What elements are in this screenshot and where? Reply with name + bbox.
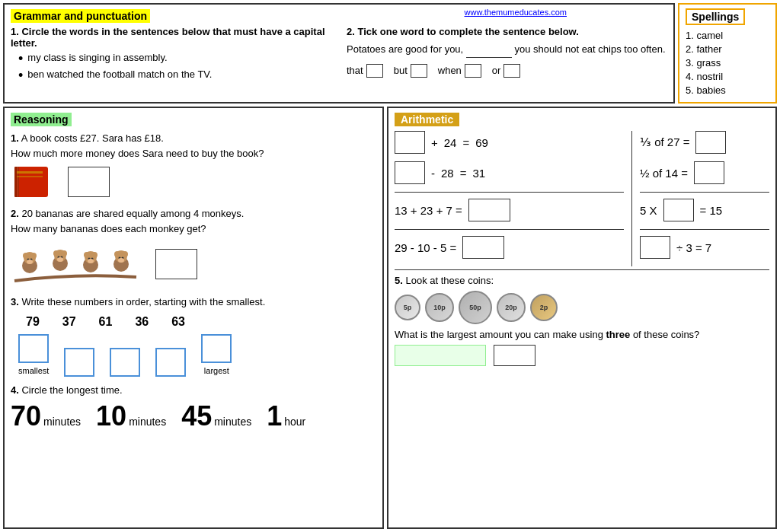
arith-input-bot-left[interactable] bbox=[462, 236, 504, 259]
svg-point-11 bbox=[27, 260, 33, 264]
order-input-1[interactable] bbox=[18, 334, 49, 363]
svg-point-29 bbox=[122, 251, 128, 257]
time-45: 45 minutes bbox=[181, 403, 251, 430]
tick-options: that but when or bbox=[347, 64, 667, 78]
tick-box-when[interactable] bbox=[465, 64, 481, 78]
q2-answer-box[interactable] bbox=[155, 249, 197, 279]
arith-input-mid-left[interactable] bbox=[468, 199, 510, 221]
q1-img-row bbox=[11, 164, 376, 200]
tick-box-that[interactable] bbox=[366, 64, 383, 78]
order-box-4 bbox=[155, 348, 186, 377]
reasoning-q2: 2. 20 bananas are shared equally among 4… bbox=[11, 206, 376, 288]
order-box-1: smallest bbox=[18, 334, 49, 377]
tick-box-or[interactable] bbox=[503, 64, 520, 78]
grammar-box: Grammar and punctuation www.themumeducat… bbox=[3, 3, 675, 104]
coin-20p: 20p bbox=[497, 293, 526, 322]
q5-title-row: 5. Look at these coins: bbox=[395, 275, 769, 286]
order-box-3 bbox=[110, 348, 140, 377]
arith-row-2: - 28 = 31 bbox=[395, 161, 624, 184]
book-icon bbox=[11, 164, 53, 200]
arith-input-mid-right[interactable] bbox=[663, 199, 694, 221]
spellings-box: Spellings 1. camel 2. father 3. grass 4.… bbox=[678, 3, 777, 104]
arith-row-mid-right: 5 X = 15 bbox=[640, 199, 769, 221]
svg-rect-4 bbox=[17, 176, 43, 177]
list-item: 2. father bbox=[686, 43, 769, 55]
arith-input-1[interactable] bbox=[395, 131, 425, 154]
q1-answer-box[interactable] bbox=[68, 167, 110, 197]
coin-2p: 2p bbox=[530, 294, 558, 321]
monkeys-icon bbox=[11, 239, 140, 288]
blank-line bbox=[466, 57, 512, 58]
list-item: 4. nostril bbox=[686, 71, 769, 82]
tick-option-that: that bbox=[347, 64, 383, 78]
page-wrapper: Grammar and punctuation www.themumeducat… bbox=[0, 0, 780, 532]
bullet-dot-1: • bbox=[18, 52, 23, 65]
arith-input-frac1[interactable] bbox=[695, 131, 726, 154]
reasoning-q1: 1. A book costs £27. Sara has £18. How m… bbox=[11, 131, 376, 200]
q2-title: 2. Tick one word to complete the sentenc… bbox=[347, 26, 667, 37]
svg-point-15 bbox=[61, 250, 67, 256]
q3-numbers: 79 37 61 36 63 bbox=[26, 313, 376, 331]
grammar-left: 1. Circle the words in the sentences bel… bbox=[11, 26, 339, 85]
website-link[interactable]: www.themumeducates.com bbox=[465, 8, 567, 17]
arith-row-frac1: ⅓ of 27 = bbox=[640, 131, 769, 154]
list-item: 3. grass bbox=[686, 57, 769, 68]
bullet-2: • ben watched the football match on the … bbox=[18, 68, 331, 82]
arith-row-mid-left: 13 + 23 + 7 = bbox=[395, 199, 624, 221]
arith-input-2[interactable] bbox=[395, 161, 425, 184]
arith-input-bot-right[interactable] bbox=[640, 236, 670, 259]
fill-sentence: Potatoes are good for you, you should no… bbox=[347, 42, 667, 58]
bullet-1: • my class is singing in assembly. bbox=[18, 52, 331, 65]
coins-row: 5p 10p 50p 20p 2p bbox=[395, 291, 769, 324]
grammar-right: 2. Tick one word to complete the sentenc… bbox=[347, 26, 667, 85]
arith-top: + 24 = 69 - 28 = 31 bbox=[395, 131, 769, 266]
time-10: 10 minutes bbox=[96, 403, 166, 430]
svg-point-21 bbox=[84, 252, 90, 258]
q5-question: What is the largest amount you can make … bbox=[395, 329, 769, 340]
time-row: 70 minutes 10 minutes 45 minutes 1 hour bbox=[11, 403, 376, 430]
coins-answer-small-input[interactable] bbox=[494, 345, 535, 366]
reasoning-title: Reasoning bbox=[11, 113, 72, 126]
coins-answer-large-input[interactable] bbox=[395, 345, 486, 366]
arith-row-1: + 24 = 69 bbox=[395, 131, 624, 154]
coins-section: 5. Look at these coins: 5p 10p 50p bbox=[395, 269, 769, 366]
order-box-5: largest bbox=[201, 334, 232, 377]
spellings-title: Spellings bbox=[686, 8, 745, 25]
arithmetic-box: Arithmetic + 24 = 69 - bbox=[387, 107, 777, 529]
order-input-2[interactable] bbox=[64, 348, 94, 377]
spellings-title-wrapper: Spellings bbox=[686, 8, 769, 30]
coins-answer-row bbox=[395, 345, 769, 366]
svg-point-7 bbox=[23, 253, 29, 259]
grammar-inner: 1. Circle the words in the sentences bel… bbox=[11, 26, 667, 85]
coin-50p: 50p bbox=[459, 291, 492, 324]
order-box-2 bbox=[64, 348, 94, 377]
order-input-4[interactable] bbox=[155, 348, 186, 377]
bullet-dot-2: • bbox=[18, 68, 23, 82]
reasoning-q4: 4. Circle the longest time. 70 minutes 1… bbox=[11, 383, 376, 430]
spellings-list: 1. camel 2. father 3. grass 4. nostril 5… bbox=[686, 30, 769, 96]
list-item: 1. camel bbox=[686, 30, 769, 41]
reasoning-q3: 3. Write these numbers in order, startin… bbox=[11, 295, 376, 377]
svg-point-22 bbox=[91, 252, 98, 258]
svg-point-28 bbox=[114, 251, 120, 257]
tick-option-or: or bbox=[492, 64, 521, 78]
q2-img-row bbox=[11, 239, 376, 288]
svg-point-14 bbox=[53, 250, 59, 256]
tick-box-but[interactable] bbox=[411, 64, 427, 78]
list-item: 5. babies bbox=[686, 84, 769, 96]
reasoning-box: Reasoning 1. A book costs £27. Sara has … bbox=[3, 107, 384, 529]
svg-point-18 bbox=[57, 257, 63, 262]
arith-left-top: + 24 = 69 - 28 = 31 bbox=[395, 131, 632, 266]
tick-option-but: but bbox=[394, 64, 427, 78]
svg-point-8 bbox=[30, 253, 37, 259]
arith-right-top: ⅓ of 27 = ½ of 14 = 5 X = 15 bbox=[632, 131, 769, 266]
tick-option-when: when bbox=[438, 64, 481, 78]
order-input-5[interactable] bbox=[201, 334, 232, 363]
order-input-3[interactable] bbox=[110, 348, 140, 377]
top-section: Grammar and punctuation www.themumeducat… bbox=[3, 3, 777, 104]
arith-input-frac2[interactable] bbox=[694, 161, 724, 184]
grammar-title: Grammar and punctuation bbox=[11, 9, 150, 23]
arithmetic-title: Arithmetic bbox=[395, 113, 459, 126]
svg-point-32 bbox=[118, 258, 124, 263]
svg-rect-3 bbox=[17, 171, 43, 174]
